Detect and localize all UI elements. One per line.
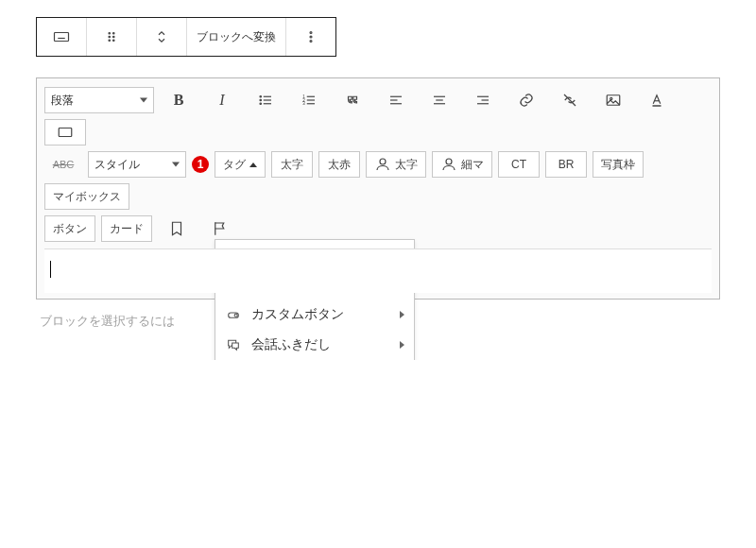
editor-content-area[interactable] [44, 248, 712, 293]
svg-point-46 [380, 159, 386, 164]
kebab-icon [302, 28, 319, 45]
chevron-right-icon [400, 341, 404, 349]
keyboard-shortcut-button[interactable] [44, 119, 86, 146]
svg-point-19 [260, 103, 262, 105]
user-bold-button[interactable]: 太字 [366, 151, 426, 178]
svg-rect-0 [55, 33, 69, 42]
svg-text:3: 3 [302, 101, 305, 106]
bookmark-icon [168, 220, 185, 237]
convert-to-blocks-button[interactable]: ブロックへ変換 [187, 18, 286, 56]
bold-red-button[interactable]: 太赤 [318, 151, 360, 178]
svg-point-12 [310, 32, 312, 34]
more-options-button[interactable] [286, 18, 335, 56]
marker-1: 1 [192, 156, 209, 173]
block-format-select[interactable]: 段落 [44, 87, 154, 113]
style-select[interactable]: スタイル [88, 151, 186, 178]
bold-button[interactable]: B [160, 87, 198, 113]
menu-custom-button[interactable]: カスタムボタン [215, 300, 414, 330]
svg-point-10 [109, 40, 111, 42]
numbered-list-button[interactable]: 123 [290, 87, 328, 113]
bookmark-button[interactable] [158, 215, 196, 242]
svg-point-47 [446, 159, 452, 164]
flag-button[interactable] [201, 215, 239, 242]
svg-point-13 [310, 36, 312, 38]
keyboard-icon[interactable] [37, 18, 87, 56]
block-toolbar: ブロックへ変換 [36, 17, 336, 57]
bulleted-list-button[interactable] [247, 87, 284, 113]
align-right-button[interactable] [464, 87, 502, 113]
person-icon [440, 156, 457, 173]
tag-dropdown-label: タグ [223, 157, 246, 173]
svg-point-15 [260, 96, 262, 98]
chat-icon [225, 337, 242, 352]
mybox-button[interactable]: マイボックス [44, 183, 129, 210]
italic-button[interactable]: I [203, 87, 241, 113]
drag-handle-icon[interactable] [87, 18, 137, 56]
image-button[interactable] [594, 87, 632, 113]
svg-point-7 [113, 33, 115, 35]
toggle-icon [225, 307, 242, 322]
style-select-label: スタイル [94, 157, 140, 173]
svg-point-17 [260, 99, 262, 101]
blockquote-button[interactable] [334, 87, 371, 113]
svg-point-6 [109, 33, 111, 35]
svg-point-14 [310, 41, 312, 43]
svg-line-36 [564, 94, 576, 106]
tag-dropdown-button[interactable]: タグ [215, 151, 266, 178]
svg-point-9 [113, 36, 115, 38]
text-caret [50, 261, 51, 278]
menu-label: カスタムボタン [251, 305, 344, 324]
br-button[interactable]: BR [545, 151, 587, 178]
editor-toolbar: 段落 B I 123 ABC スタイル 1 タグ 太字 太赤 太字 細マ CT [36, 77, 720, 300]
menu-label: 会話ふきだし [251, 335, 331, 354]
svg-point-11 [113, 40, 115, 42]
bold-text-button[interactable]: 太字 [271, 151, 313, 178]
menu-speech-bubble[interactable]: 会話ふきだし [215, 330, 414, 360]
user-thin-button[interactable]: 細マ [432, 151, 492, 178]
ct-button[interactable]: CT [498, 151, 540, 178]
toolbar-row-2: ABC スタイル 1 タグ 太字 太赤 太字 細マ CT BR 写真枠 マイボッ… [44, 148, 712, 213]
svg-point-8 [109, 36, 111, 38]
align-center-button[interactable] [421, 87, 458, 113]
menu-ranking[interactable]: ランキング [215, 359, 414, 360]
flag-icon [212, 220, 229, 237]
button-insert-button[interactable]: ボタン [44, 215, 95, 242]
move-updown-icon[interactable] [137, 18, 187, 56]
block-format-label: 段落 [51, 93, 74, 109]
link-button[interactable] [507, 87, 545, 113]
person-icon [374, 156, 391, 173]
card-insert-button[interactable]: カード [101, 215, 152, 242]
chevron-right-icon [400, 311, 404, 318]
strikethrough-button[interactable]: ABC [44, 151, 82, 178]
svg-point-52 [234, 314, 237, 317]
toolbar-row-1: 段落 B I 123 [44, 84, 712, 148]
unlink-button[interactable] [551, 87, 589, 113]
align-left-button[interactable] [377, 87, 415, 113]
svg-rect-41 [59, 128, 72, 137]
photo-frame-button[interactable]: 写真枠 [593, 151, 644, 178]
svg-rect-40 [653, 105, 662, 107]
convert-to-blocks-label: ブロックへ変換 [197, 29, 276, 45]
text-color-button[interactable] [638, 87, 676, 113]
